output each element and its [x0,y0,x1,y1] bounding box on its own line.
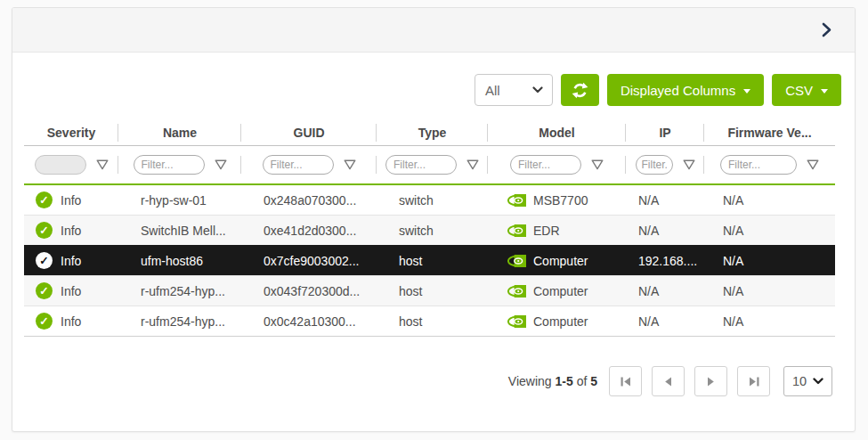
displayed-columns-label: Displayed Columns [621,83,735,98]
device-model: Computer [533,284,588,298]
caret-down-icon [821,89,828,94]
column-filter [488,146,626,183]
column-filter [704,146,835,183]
device-type: host [377,254,488,268]
filter-input[interactable] [134,155,205,175]
collapse-panel-button[interactable] [820,20,833,39]
filter-input [35,155,86,175]
filter-funnel-icon[interactable] [96,159,109,170]
next-page-button[interactable] [694,366,727,396]
device-model: EDR [533,224,560,238]
filter-input[interactable] [720,155,797,175]
device-guid: 0xe41d2d0300... [241,224,377,238]
last-page-icon [749,377,759,387]
table-row[interactable]: ✓ Info r-ufm254-hyp... 0x043f720300d... … [24,275,835,306]
filter-funnel-icon[interactable] [683,159,695,170]
device-model: MSB7700 [533,193,588,208]
filter-funnel-icon[interactable] [807,159,819,170]
viewing-of: of [577,374,588,388]
refresh-icon [572,82,588,99]
device-guid: 0x043f720300d... [241,284,377,298]
device-name: r-hyp-sw-01 [118,193,241,208]
column-filter [241,146,377,183]
caret-down-icon [743,89,750,94]
device-firmware: N/A [704,224,835,238]
filter-input[interactable] [636,155,673,175]
device-name: r-ufm254-hyp... [118,284,241,298]
table-row[interactable]: ✓ Info r-hyp-sw-01 0x248a070300... switc… [24,185,835,215]
first-page-button[interactable] [609,366,642,396]
filter-funnel-icon[interactable] [466,159,479,170]
filter-funnel-icon[interactable] [591,159,604,170]
devices-panel: All Displayed Columns CSV [12,7,856,432]
severity-ok-icon: ✓ [36,282,53,299]
severity-ok-icon: ✓ [36,222,53,239]
last-page-button[interactable] [737,366,770,396]
severity-ok-icon: ✓ [36,313,53,330]
device-firmware: N/A [704,314,835,329]
column-filter [24,146,118,183]
device-ip: 192.168.... [626,254,704,268]
table-row[interactable]: ✓ Info ufm-host86 0x7cfe9003002... host … [24,245,835,275]
column-filter [377,146,488,183]
device-firmware: N/A [704,193,835,208]
displayed-columns-button[interactable]: Displayed Columns [607,74,764,106]
table-row[interactable]: ✓ Info r-ufm254-hyp... 0x0c42a10300... h… [24,306,835,336]
device-guid: 0x7cfe9003002... [241,254,377,268]
column-header-label: Firmware Ve... [727,126,811,140]
nvidia-logo-icon [507,224,526,237]
column-header[interactable]: Firmware Ve... [704,120,835,145]
previous-page-icon [664,377,672,387]
severity-label: Info [61,254,81,268]
filter-input[interactable] [510,155,581,175]
pagination-bar: Viewing 1-5 of 5 10 [12,366,832,396]
device-guid: 0x0c42a10300... [241,314,377,329]
device-firmware: N/A [704,284,835,298]
severity-ok-icon: ✓ [36,252,53,269]
column-header[interactable]: GUID [241,120,377,145]
severity-filter-select[interactable]: All [475,74,553,106]
first-page-icon [621,377,631,387]
severity-filter-value: All [485,83,500,98]
device-model: Computer [533,314,588,329]
filter-input[interactable] [385,155,457,175]
filter-input[interactable] [263,155,334,175]
column-header-label: Severity [47,126,95,140]
column-header-label: Name [163,126,197,140]
nvidia-logo-icon [507,194,526,207]
device-name: SwitchIB Mell... [118,224,241,238]
device-ip: N/A [626,224,704,238]
csv-label: CSV [785,83,813,98]
viewing-prefix: Viewing [508,374,552,388]
device-table-body: ✓ Info r-hyp-sw-01 0x248a070300... switc… [24,183,835,337]
chevron-down-icon [813,378,823,385]
refresh-button[interactable] [561,74,599,106]
column-header[interactable]: Type [377,120,488,145]
severity-label: Info [61,193,81,208]
device-ip: N/A [626,314,704,329]
device-ip: N/A [626,193,704,208]
nvidia-logo-icon [507,255,526,267]
table-toolbar: All Displayed Columns CSV [12,74,841,106]
column-header[interactable]: Model [488,120,626,145]
device-model: Computer [533,254,588,268]
device-firmware: N/A [704,254,835,268]
page-size-select[interactable]: 10 [783,366,832,396]
severity-label: Info [61,284,81,298]
filter-funnel-icon[interactable] [215,159,227,170]
column-header[interactable]: Severity [24,120,118,145]
filter-funnel-icon[interactable] [344,159,356,170]
previous-page-button[interactable] [652,366,685,396]
device-name: r-ufm254-hyp... [118,314,241,329]
device-type: host [377,314,488,329]
column-header[interactable]: Name [118,120,241,145]
column-header[interactable]: IP [626,120,704,145]
viewing-summary: Viewing 1-5 of 5 [508,374,597,388]
table-row[interactable]: ✓ Info SwitchIB Mell... 0xe41d2d0300... … [24,215,835,245]
column-header-label: GUID [294,126,325,140]
csv-button[interactable]: CSV [772,74,841,106]
device-type: switch [377,193,488,208]
column-filter [118,146,241,183]
viewing-total: 5 [590,374,597,388]
severity-ok-icon: ✓ [36,191,53,208]
